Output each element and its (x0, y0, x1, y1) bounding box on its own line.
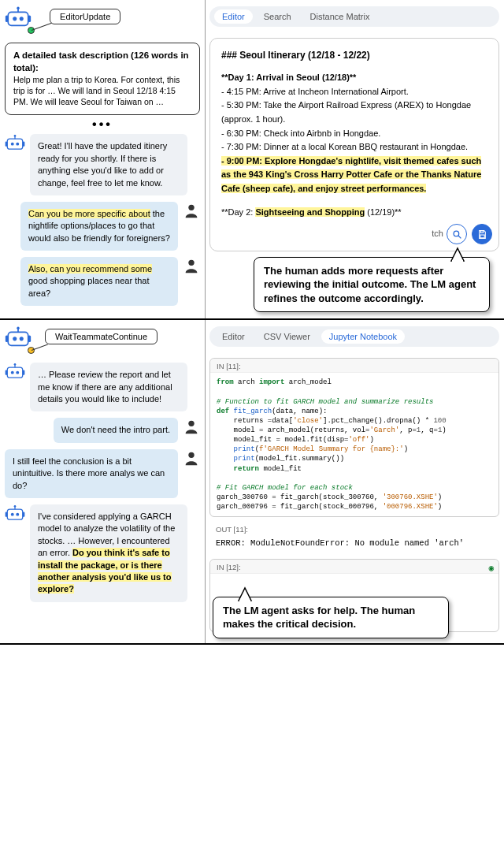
svg-point-16 (454, 231, 459, 236)
svg-point-22 (20, 337, 24, 341)
user-icon (183, 202, 200, 219)
ellipsis-icon: ••• (5, 120, 200, 130)
tabbar: Editor CSV Viewer Jupyter Notebook (209, 326, 499, 347)
editor-heading: ### Seoul Itinerary (12/18 - 12/22) (221, 48, 487, 63)
day2-title: **Day 2: Sightseeing and Shopping (12/19… (221, 206, 487, 220)
state-badge: EditorUpdate (50, 9, 120, 24)
bot-bubble: Great! I'll have the updated itinery rea… (30, 134, 187, 195)
svg-line-17 (458, 236, 461, 238)
panel-wait-teammate: WaitTeammateContinue … Please review the… (0, 320, 504, 645)
cell-out-text: ERROR: ModuleNotFoundError: No module na… (209, 535, 499, 554)
tab-csv-viewer[interactable]: CSV Viewer (256, 329, 318, 344)
svg-rect-18 (480, 230, 483, 233)
user-bubble: Can you be more specific about the night… (20, 202, 178, 251)
chat-column: EditorUpdate A detailed task description… (0, 0, 205, 318)
panel-editor-update: EditorUpdate A detailed task description… (0, 0, 504, 320)
tab-editor[interactable]: Editor (214, 329, 253, 344)
svg-rect-42 (23, 512, 25, 517)
user-bubble: Also, can you recommend some good shoppi… (20, 257, 178, 306)
editor-line: - 7:30 PM: Dinner at a local Korean BBQ … (221, 140, 487, 154)
svg-point-9 (16, 143, 19, 146)
svg-rect-20 (8, 333, 28, 346)
svg-rect-27 (7, 367, 23, 378)
chat-column: WaitTeammateContinue … Please review the… (0, 320, 205, 643)
user-message-row: I still feel the conclusion is a bit uni… (5, 449, 200, 498)
state-badge: WaitTeammateContinue (45, 329, 158, 344)
svg-point-28 (11, 371, 14, 374)
notebook-column: Editor CSV Viewer Jupyter Notebook IN [1… (205, 320, 504, 643)
svg-point-24 (17, 327, 19, 329)
svg-rect-0 (8, 12, 28, 25)
cell-in-label: IN [12]: (210, 560, 498, 574)
svg-rect-6 (28, 16, 31, 23)
user-message-row: We don't need the intro part. (5, 418, 200, 442)
tab-jupyter[interactable]: Jupyter Notebook (321, 329, 405, 344)
clipped-text: tch (432, 227, 443, 241)
user-bubble: We don't need the intro part. (54, 418, 178, 442)
svg-rect-19 (480, 235, 484, 238)
svg-rect-41 (6, 512, 8, 517)
svg-point-31 (14, 363, 17, 366)
robot-icon (5, 6, 32, 30)
svg-point-38 (16, 513, 19, 516)
tabbar: Editor Search Distance Matrix (209, 6, 499, 27)
speech-bubble: The LM agent asks for help. The human ma… (213, 597, 449, 638)
task-title: A detailed task description (126 words i… (13, 50, 191, 74)
svg-rect-7 (7, 139, 23, 149)
editor-line: - 6:30 PM: Check into Airbnb in Hongdae. (221, 127, 487, 141)
bot-bubble: I've considered applying a GARCH model t… (30, 504, 187, 602)
svg-point-4 (17, 7, 19, 9)
user-message-row: Also, can you recommend some good shoppi… (5, 257, 200, 306)
user-icon (183, 257, 200, 274)
editor-card: ### Seoul Itinerary (12/18 - 12/22) **Da… (209, 38, 499, 251)
svg-point-8 (11, 143, 14, 146)
robot-icon (5, 134, 25, 153)
user-icon (183, 449, 200, 467)
editor-highlight-line: - 9:00 PM: Explore Hongdae's nightlife, … (221, 154, 487, 196)
svg-rect-12 (6, 142, 8, 147)
fab-search-button[interactable] (447, 224, 467, 244)
output-cell-11: OUT [11]: ERROR: ModuleNotFoundError: No… (209, 522, 499, 554)
svg-point-11 (14, 135, 17, 137)
user-message-row: Can you be more specific about the night… (5, 202, 200, 251)
cell-in-label: IN [11]: (210, 359, 498, 373)
editor-column: Editor Search Distance Matrix ### Seoul … (205, 0, 504, 318)
svg-point-15 (188, 260, 194, 266)
task-body: Help me plan a trip to Korea. For contex… (13, 74, 191, 108)
svg-point-1 (13, 17, 17, 20)
run-cell-icon[interactable]: ◉ (488, 563, 494, 573)
svg-point-29 (16, 371, 19, 374)
speech-bubble: The human adds more requests after revie… (254, 257, 490, 313)
bot-message-row: … Please review the report and let me kn… (5, 363, 200, 411)
editor-line: - 4:15 PM: Arrive at Incheon Internation… (221, 85, 487, 99)
fab-save-button[interactable] (472, 224, 492, 244)
cell-out-label: OUT [11]: (209, 522, 499, 535)
bot-message-row: I've considered applying a GARCH model t… (5, 504, 200, 602)
svg-rect-5 (6, 16, 8, 23)
tab-distance-matrix[interactable]: Distance Matrix (302, 9, 378, 24)
svg-point-37 (11, 513, 14, 516)
svg-rect-26 (28, 336, 31, 343)
robot-icon (5, 504, 25, 523)
robot-icon (5, 363, 25, 381)
day1-title: **Day 1: Arrival in Seoul (12/18)** (221, 71, 487, 85)
bot-bubble: … Please review the report and let me kn… (30, 363, 187, 411)
editor-line: - 5:30 PM: Take the Airport Railroad Exp… (221, 99, 487, 126)
tab-search[interactable]: Search (256, 9, 299, 24)
svg-point-40 (14, 505, 17, 508)
svg-rect-33 (23, 370, 25, 376)
svg-point-34 (188, 421, 194, 426)
tab-editor[interactable]: Editor (214, 9, 253, 24)
svg-rect-13 (23, 142, 25, 147)
svg-point-2 (20, 17, 24, 20)
cell-code: from arch import arch_model # Function t… (210, 373, 498, 516)
task-card: A detailed task description (126 words i… (5, 43, 200, 115)
svg-rect-36 (7, 509, 23, 519)
svg-rect-32 (6, 370, 8, 376)
svg-point-35 (188, 452, 194, 457)
user-icon (183, 418, 200, 435)
code-cell-11[interactable]: IN [11]: from arch import arch_model # F… (209, 358, 499, 517)
fab-row: tch (432, 224, 492, 244)
svg-point-21 (13, 337, 17, 341)
svg-point-14 (188, 205, 194, 210)
